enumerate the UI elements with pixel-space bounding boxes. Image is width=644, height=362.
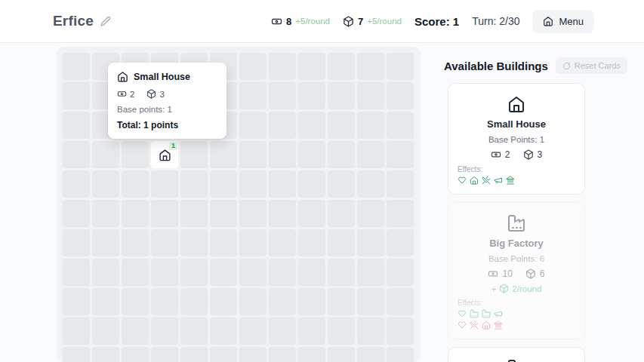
grid-cell[interactable] [328,229,355,256]
grid-cell[interactable] [180,288,208,315]
grid-cell[interactable] [151,318,178,345]
grid-cell[interactable] [357,318,384,345]
building-card[interactable]: Small HouseBase Points: 123Effects: [448,83,585,195]
grid-cell[interactable] [210,170,237,198]
grid-cell[interactable] [63,288,90,315]
grid-cell[interactable] [269,141,296,168]
grid-cell[interactable] [239,318,267,345]
grid-cell[interactable] [357,82,384,109]
grid-cell[interactable] [151,259,178,286]
grid-cell[interactable] [269,318,296,345]
grid-cell[interactable] [92,200,119,227]
menu-button[interactable]: Menu [532,10,594,33]
grid-cell[interactable] [63,318,90,345]
grid-cell[interactable] [63,229,90,256]
grid-cell[interactable] [180,318,208,345]
grid-cell[interactable] [357,259,384,286]
building-card[interactable]: FactoryBase Points: 4 [448,347,585,362]
grid-cell[interactable] [239,347,267,362]
grid-cell[interactable] [122,288,149,315]
grid-cell[interactable] [328,200,355,227]
grid-cell[interactable] [92,259,119,286]
grid-cell[interactable] [151,347,178,362]
grid-cell[interactable] [122,259,149,286]
grid-cell[interactable] [63,53,90,80]
grid-cell[interactable] [269,288,296,315]
grid-cell[interactable] [151,170,178,198]
grid-cell[interactable] [387,170,414,198]
grid-cell[interactable] [239,112,267,139]
grid-cell[interactable] [387,259,414,286]
grid-cell[interactable] [210,347,237,362]
grid-cell[interactable] [151,229,178,256]
grid-cell[interactable] [357,53,384,80]
grid-cell[interactable] [210,259,237,286]
grid-cell[interactable] [122,347,149,362]
grid-cell[interactable] [387,53,414,80]
grid-cell[interactable] [239,82,267,109]
grid-cell[interactable] [298,200,325,227]
grid-cell[interactable] [328,318,355,345]
grid-cell[interactable] [328,82,355,109]
grid-cell[interactable] [269,82,296,109]
grid-cell[interactable] [63,82,90,109]
grid-cell[interactable] [357,288,384,315]
grid-cell[interactable] [239,288,267,315]
grid-cell[interactable] [298,288,325,315]
grid-cell[interactable] [328,347,355,362]
grid-cell[interactable] [151,200,178,227]
grid-cell[interactable] [92,170,119,198]
grid-cell[interactable] [269,259,296,286]
grid-cell[interactable] [269,170,296,198]
grid-cell[interactable] [210,288,237,315]
grid-cell[interactable] [387,112,414,139]
building-card[interactable]: Big FactoryBase Points: 6106+2/roundEffe… [448,202,585,339]
grid-cell[interactable] [298,112,325,139]
grid-cell[interactable] [180,229,208,256]
grid-cell[interactable] [387,318,414,345]
grid-cell[interactable] [387,141,414,168]
grid-cell[interactable] [387,347,414,362]
grid-cell[interactable] [269,53,296,80]
grid-cell[interactable] [269,200,296,227]
grid-cell[interactable] [387,229,414,256]
grid-cell[interactable] [298,318,325,345]
grid-cell[interactable] [210,200,237,227]
grid-cell[interactable] [122,170,149,198]
grid-cell[interactable] [328,288,355,315]
grid-cell[interactable] [92,318,119,345]
grid-cell[interactable] [180,170,208,198]
reset-cards-button[interactable]: Reset Cards [556,57,627,74]
grid-cell[interactable] [328,170,355,198]
grid-cell[interactable] [269,347,296,362]
grid-cell[interactable] [210,229,237,256]
grid-cell[interactable] [357,200,384,227]
grid-cell[interactable] [122,141,149,168]
grid-cell[interactable] [122,318,149,345]
grid-cell[interactable] [298,53,325,80]
grid-cell[interactable] [92,141,119,168]
placed-building-cell[interactable]: 1 [151,141,178,168]
grid-cell[interactable] [239,200,267,227]
grid-cell[interactable] [180,347,208,362]
grid-cell[interactable] [210,318,237,345]
grid-cell[interactable] [269,229,296,256]
grid-cell[interactable] [122,229,149,256]
grid-cell[interactable] [357,347,384,362]
grid-cell[interactable] [63,259,90,286]
grid-cell[interactable] [239,141,267,168]
grid-cell[interactable] [298,82,325,109]
grid-cell[interactable] [92,229,119,256]
grid-cell[interactable] [298,170,325,198]
grid-cell[interactable] [63,170,90,198]
grid-cell[interactable] [180,200,208,227]
grid-cell[interactable] [387,82,414,109]
grid-cell[interactable] [239,259,267,286]
grid-cell[interactable] [357,141,384,168]
edit-title-icon[interactable] [100,16,111,26]
grid-cell[interactable] [63,141,90,168]
grid-cell[interactable] [328,259,355,286]
grid-cell[interactable] [298,229,325,256]
grid-cell[interactable] [63,347,90,362]
grid-cell[interactable] [180,141,208,168]
